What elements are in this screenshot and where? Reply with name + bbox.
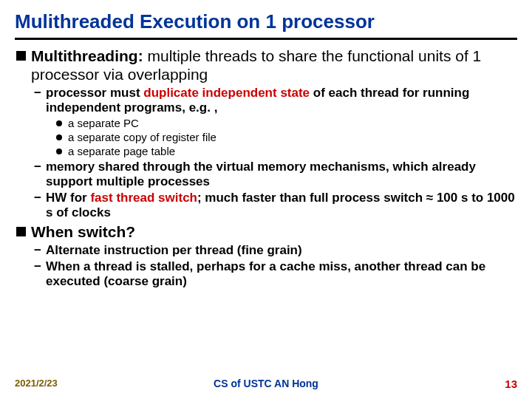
bullet-fine-grain: Alternate instruction per thread (fine g… [15, 243, 517, 258]
bullet-coarse-grain: When a thread is stalled, perhaps for a … [15, 259, 517, 289]
title-rule [15, 38, 517, 40]
bullet-pagetable: a separate page table [15, 145, 517, 158]
bullet-regfile: a separate copy of register file [15, 131, 517, 144]
text: HW for [46, 191, 90, 205]
bullet-memory-shared: memory shared through the virtual memory… [15, 160, 517, 189]
bullet-multithreading: Multithreading: multiple threads to shar… [15, 47, 517, 84]
text: Multithreading: [31, 47, 147, 64]
bullet-duplicate-state: processor must duplicate independent sta… [15, 86, 517, 115]
text-red: fast thread switch [90, 191, 197, 205]
slide-title: Mulithreaded Execution on 1 processor [15, 10, 517, 33]
bullet-pc: a separate PC [15, 117, 517, 130]
slide: Mulithreaded Execution on 1 processor Mu… [0, 0, 532, 289]
text-red: duplicate independent state [143, 86, 310, 100]
bullet-fast-switch: HW for fast thread switch; much faster t… [15, 191, 517, 220]
bullet-when-switch: When switch? [15, 223, 517, 242]
text: processor must [46, 86, 143, 100]
footer-center: CS of USTC AN Hong [15, 378, 517, 389]
footer-page: 13 [505, 378, 517, 390]
footer: 2021/2/23 CS of USTC AN Hong 13 [15, 378, 517, 389]
